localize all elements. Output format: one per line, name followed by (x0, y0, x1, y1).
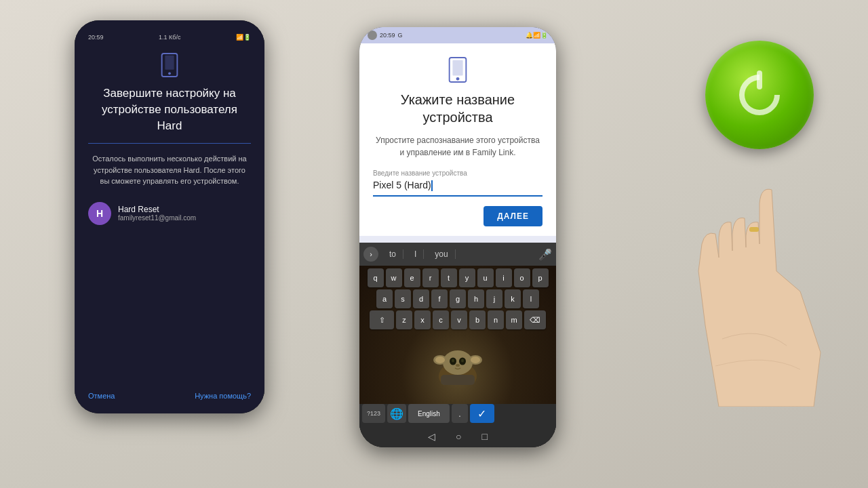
dialog-title: Укажите название устройства (373, 91, 542, 126)
phone-left-screen: 20:59 1.1 Кб/с 📶🔋 Завершите настройку на… (75, 20, 264, 413)
input-label: Введите название устройства (373, 169, 542, 177)
power-ring (731, 66, 789, 124)
svg-rect-18 (749, 227, 759, 232)
key-t[interactable]: t (441, 268, 457, 287)
account-name: Hard Reset (118, 205, 196, 214)
phone-left-footer: Отмена Нужна помощь? (88, 385, 251, 400)
key-r[interactable]: r (422, 268, 439, 287)
power-symbol-icon (732, 68, 787, 122)
svg-point-7 (443, 350, 473, 375)
key-l[interactable]: l (523, 289, 539, 308)
key-d[interactable]: d (413, 289, 429, 308)
phone-right-statusbar: 20:59 G 🔔📶🔋 (359, 27, 556, 43)
avatar: H (88, 202, 111, 225)
key-u[interactable]: u (477, 268, 494, 287)
hand-overlay (665, 136, 854, 407)
confirm-key[interactable]: ✓ (470, 404, 494, 423)
key-a[interactable]: a (376, 289, 393, 308)
navigation-bar: ◁ ○ □ (359, 426, 556, 447)
key-y[interactable]: y (459, 268, 475, 287)
backspace-key[interactable]: ⌫ (524, 310, 546, 329)
phone-right: 20:59 G 🔔📶🔋 Укажите название устройства … (359, 27, 556, 447)
svg-point-2 (168, 72, 171, 75)
key-o[interactable]: o (514, 268, 530, 287)
text-cursor (431, 180, 433, 191)
statusbar-time-right: 20:59 (380, 32, 395, 39)
account-info: Hard Reset familyreset11@gmail.com (118, 205, 196, 222)
phone-left-statusbar: 20:59 1.1 Кб/с 📶🔋 (88, 34, 251, 41)
phone-left-title: Завершите настройку на устройстве пользо… (88, 85, 251, 134)
cancel-button-left[interactable]: Отмена (88, 392, 115, 400)
device-icon-left (160, 53, 179, 77)
key-z[interactable]: z (396, 310, 412, 329)
recents-button[interactable]: □ (482, 431, 488, 442)
svg-point-15 (461, 359, 464, 363)
period-key[interactable]: . (452, 404, 468, 423)
keyboard-row-2: a s d f g h j k l (362, 289, 553, 308)
help-button-left[interactable]: Нужна помощь? (195, 392, 251, 400)
phone-left-account: H Hard Reset familyreset11@gmail.com (88, 202, 251, 225)
surface: 20:59 1.1 Кб/с 📶🔋 Завершите настройку на… (0, 0, 868, 488)
key-p[interactable]: p (532, 268, 549, 287)
statusbar-right-icons: 🔔📶🔋 (526, 32, 548, 39)
key-f[interactable]: f (431, 289, 448, 308)
suggest-you[interactable]: you (428, 249, 455, 259)
input-value: Pixel 5 (Hard) (373, 180, 431, 190)
language-key[interactable]: 🌐 (387, 404, 406, 423)
home-button[interactable]: ○ (456, 431, 461, 442)
key-e[interactable]: e (404, 268, 420, 287)
phone-left: 20:59 1.1 Кб/с 📶🔋 Завершите настройку на… (75, 20, 264, 413)
next-button[interactable]: ДАЛЕЕ (484, 206, 542, 226)
dialog-area: 20:59 G 🔔📶🔋 Укажите название устройства … (359, 27, 556, 243)
keyboard-bottom-row: ?123 🌐 English . ✓ (359, 404, 556, 426)
svg-point-16 (456, 364, 460, 367)
keyboard-rows: q w e r t y u i o p a s (359, 266, 556, 404)
key-c[interactable]: c (433, 310, 449, 329)
keyboard-area[interactable]: › to I you 🎤 (359, 243, 556, 447)
svg-point-5 (456, 77, 460, 81)
phone-left-body: Осталось выполнить несколько действий на… (88, 153, 251, 187)
expand-suggestions-icon[interactable]: › (363, 247, 378, 262)
statusbar-left: 20:59 G (368, 30, 403, 40)
key-j[interactable]: j (486, 289, 502, 308)
key-i[interactable]: i (496, 268, 512, 287)
statusbar-carrier: G (398, 32, 403, 39)
english-language-key[interactable]: English (408, 404, 450, 423)
key-m[interactable]: m (506, 310, 522, 329)
key-x[interactable]: x (414, 310, 431, 329)
phone-right-inner: 20:59 G 🔔📶🔋 Укажите название устройства … (359, 27, 556, 447)
statusbar-icons: 📶🔋 (236, 34, 251, 41)
keyboard-row-1: q w e r t y u i o p (362, 268, 553, 287)
key-k[interactable]: k (505, 289, 521, 308)
key-v[interactable]: v (451, 310, 467, 329)
svg-rect-4 (452, 60, 462, 76)
keyboard-row-3: ⇧ z x c v b n m ⌫ (362, 310, 553, 329)
device-name-input[interactable]: Pixel 5 (Hard) (373, 178, 542, 197)
key-g[interactable]: g (450, 289, 466, 308)
dialog-subtitle: Упростите распознавание этого устройства… (373, 134, 542, 159)
suggest-i[interactable]: I (408, 249, 424, 259)
key-b[interactable]: b (469, 310, 486, 329)
back-button[interactable]: ◁ (428, 431, 435, 442)
power-button[interactable] (705, 41, 814, 149)
suggest-to[interactable]: to (382, 249, 403, 259)
key-q[interactable]: q (368, 268, 384, 287)
hand-svg (665, 136, 854, 407)
status-dot (368, 30, 377, 40)
input-field-wrapper[interactable]: Pixel 5 (Hard) (373, 178, 542, 197)
key-s[interactable]: s (395, 289, 411, 308)
key-h[interactable]: h (468, 289, 484, 308)
key-w[interactable]: w (386, 268, 402, 287)
mic-icon[interactable]: 🎤 (538, 248, 552, 261)
svg-point-10 (435, 357, 445, 363)
svg-rect-17 (441, 375, 475, 385)
account-email: familyreset11@gmail.com (118, 214, 196, 222)
statusbar-speed: 1.1 Кб/с (159, 34, 180, 41)
svg-point-11 (471, 357, 480, 363)
key-n[interactable]: n (488, 310, 504, 329)
shift-key[interactable]: ⇧ (370, 310, 394, 329)
svg-point-14 (452, 359, 454, 363)
svg-rect-1 (165, 56, 174, 70)
symbols-key[interactable]: ?123 (362, 404, 385, 423)
keyboard-suggestions: › to I you 🎤 (359, 243, 556, 266)
